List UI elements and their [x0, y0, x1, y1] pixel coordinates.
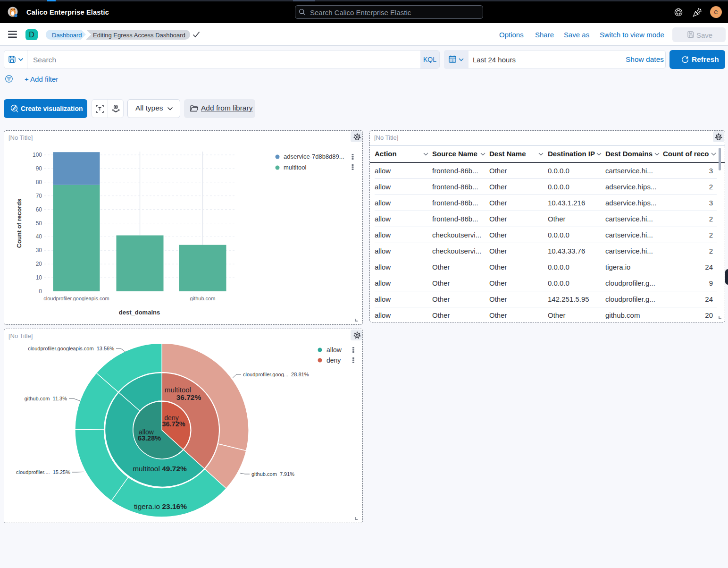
svg-text:80: 80: [36, 179, 42, 186]
svg-text:36.72%: 36.72%: [162, 420, 185, 428]
svg-text:90: 90: [36, 165, 42, 172]
svg-text:multitool 49.72%: multitool 49.72%: [133, 465, 187, 473]
svg-text:Count of records: Count of records: [16, 199, 23, 248]
svg-text:70: 70: [36, 193, 42, 199]
svg-text:multitool: multitool: [165, 386, 191, 394]
svg-text:63.28%: 63.28%: [138, 434, 161, 442]
svg-text:10: 10: [36, 274, 42, 281]
svg-text:deny: deny: [326, 356, 341, 364]
svg-text:60: 60: [36, 206, 42, 213]
svg-text:multitool: multitool: [284, 164, 307, 171]
svg-text:cloudprofiler.googleapis.com: cloudprofiler.googleapis.com 13.56%: [28, 346, 114, 351]
svg-text:github.com: github.com: [190, 296, 216, 301]
svg-text:0: 0: [39, 288, 42, 295]
svg-text:allow: allow: [326, 346, 342, 354]
svg-text:tigera.io 23.16%: tigera.io 23.16%: [134, 502, 187, 510]
svg-text:20: 20: [36, 261, 42, 267]
svg-text:36.72%: 36.72%: [176, 393, 201, 401]
svg-text:30: 30: [36, 247, 42, 254]
svg-text:github.com 7.91%: github.com 7.91%: [251, 471, 294, 477]
svg-text:cloudprofiler.googleapis.com: cloudprofiler.googleapis.com: [43, 296, 109, 301]
svg-text:40: 40: [36, 233, 42, 240]
svg-text:cloudprofiler.... 15.25%: cloudprofiler.... 15.25%: [16, 469, 70, 475]
svg-text:100: 100: [33, 152, 42, 158]
svg-text:dest_domains: dest_domains: [119, 309, 160, 316]
svg-text:50: 50: [36, 220, 42, 227]
svg-text:github.com 11.3%: github.com 11.3%: [25, 396, 67, 401]
svg-text:cloudprofiler.goog... 28.81%: cloudprofiler.goog... 28.81%: [243, 372, 309, 377]
svg-text:adservice-7d8b8d89...: adservice-7d8b8d89...: [284, 153, 344, 160]
